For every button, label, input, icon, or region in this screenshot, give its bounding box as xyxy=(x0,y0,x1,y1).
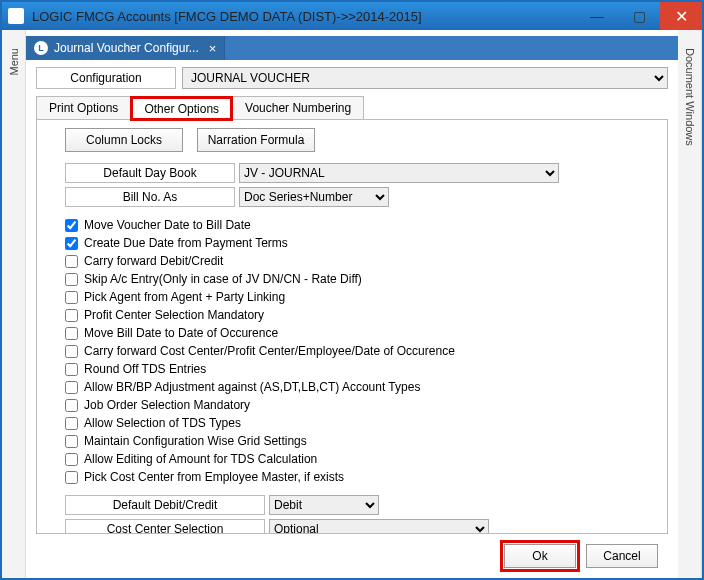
checkbox-label: Profit Center Selection Mandatory xyxy=(84,308,264,322)
maximize-button[interactable]: ▢ xyxy=(618,2,660,30)
window-title: LOGIC FMCG Accounts [FMCG DEMO DATA (DIS… xyxy=(30,9,576,24)
checkbox[interactable] xyxy=(65,381,78,394)
checkbox[interactable] xyxy=(65,237,78,250)
cancel-button[interactable]: Cancel xyxy=(586,544,658,568)
checkbox[interactable] xyxy=(65,273,78,286)
checkbox-label: Carry forward Cost Center/Profit Center/… xyxy=(84,344,455,358)
bill-no-as-select[interactable]: Doc Series+Number xyxy=(239,187,389,207)
checkbox[interactable] xyxy=(65,291,78,304)
bill-no-as-row: Bill No. As Doc Series+Number xyxy=(65,186,657,208)
other-options-panel: Column Locks Narration Formula Default D… xyxy=(36,120,668,534)
document-tab[interactable]: L Journal Voucher Configur... × xyxy=(26,36,225,60)
checkbox-label: Skip A/c Entry(Only in case of JV DN/CN … xyxy=(84,272,362,286)
configuration-select[interactable]: JOURNAL VOUCHER xyxy=(182,67,668,89)
column-locks-button[interactable]: Column Locks xyxy=(65,128,183,152)
checkbox[interactable] xyxy=(65,327,78,340)
form-area: Configuration JOURNAL VOUCHER Print Opti… xyxy=(26,60,678,538)
default-debit-credit-label: Default Debit/Credit xyxy=(65,495,265,515)
document-tab-bar: L Journal Voucher Configur... × xyxy=(26,36,678,60)
checkbox-row[interactable]: Move Bill Date to Date of Occurence xyxy=(65,324,657,342)
checkbox-row[interactable]: Move Voucher Date to Bill Date xyxy=(65,216,657,234)
checkbox[interactable] xyxy=(65,417,78,430)
checkbox[interactable] xyxy=(65,363,78,376)
checkbox-row[interactable]: Profit Center Selection Mandatory xyxy=(65,306,657,324)
window-buttons: — ▢ ✕ xyxy=(576,2,702,30)
checkbox-row[interactable]: Job Order Selection Mandatory xyxy=(65,396,657,414)
checkbox-row[interactable]: Pick Cost Center from Employee Master, i… xyxy=(65,468,657,486)
checkbox[interactable] xyxy=(65,309,78,322)
checkbox[interactable] xyxy=(65,255,78,268)
checkbox-label: Allow Editing of Amount for TDS Calculat… xyxy=(84,452,317,466)
checkbox-label: Create Due Date from Payment Terms xyxy=(84,236,288,250)
default-day-book-label: Default Day Book xyxy=(65,163,235,183)
option-tabs: Print Options Other Options Voucher Numb… xyxy=(36,96,668,120)
checkbox-label: Round Off TDS Entries xyxy=(84,362,206,376)
center-panel: L Journal Voucher Configur... × Configur… xyxy=(26,30,678,578)
checkbox-label: Move Bill Date to Date of Occurence xyxy=(84,326,278,340)
tab-other-options[interactable]: Other Options xyxy=(131,97,232,120)
checkbox-label: Carry forward Debit/Credit xyxy=(84,254,223,268)
doc-tab-icon: L xyxy=(34,41,48,55)
doc-tab-close-icon[interactable]: × xyxy=(209,41,217,56)
footer-buttons: Ok Cancel xyxy=(26,538,678,578)
checkbox-row[interactable]: Round Off TDS Entries xyxy=(65,360,657,378)
app-icon xyxy=(8,8,24,24)
checkbox[interactable] xyxy=(65,471,78,484)
default-day-book-row: Default Day Book JV - JOURNAL xyxy=(65,162,657,184)
cost-center-selection-select[interactable]: Optional xyxy=(269,519,489,534)
checkbox-row[interactable]: Create Due Date from Payment Terms xyxy=(65,234,657,252)
checkbox-row[interactable]: Maintain Configuration Wise Grid Setting… xyxy=(65,432,657,450)
menu-tab[interactable]: Menu xyxy=(2,30,26,578)
default-debit-credit-row: Default Debit/Credit Debit xyxy=(65,494,657,516)
cost-center-selection-label: Cost Center Selection xyxy=(65,519,265,534)
menu-tab-label: Menu xyxy=(8,48,20,76)
checkbox[interactable] xyxy=(65,219,78,232)
checkbox-list: Move Voucher Date to Bill DateCreate Due… xyxy=(65,216,657,486)
checkbox-label: Allow Selection of TDS Types xyxy=(84,416,241,430)
narration-formula-button[interactable]: Narration Formula xyxy=(197,128,315,152)
checkbox-row[interactable]: Carry forward Debit/Credit xyxy=(65,252,657,270)
checkbox[interactable] xyxy=(65,399,78,412)
close-button[interactable]: ✕ xyxy=(660,2,702,30)
configuration-label: Configuration xyxy=(36,67,176,89)
checkbox-label: Pick Cost Center from Employee Master, i… xyxy=(84,470,344,484)
main-row: Menu L Journal Voucher Configur... × Con… xyxy=(2,30,702,578)
ok-button[interactable]: Ok xyxy=(504,544,576,568)
checkbox-row[interactable]: Skip A/c Entry(Only in case of JV DN/CN … xyxy=(65,270,657,288)
checkbox-row[interactable]: Pick Agent from Agent + Party Linking xyxy=(65,288,657,306)
checkbox-row[interactable]: Carry forward Cost Center/Profit Center/… xyxy=(65,342,657,360)
checkbox[interactable] xyxy=(65,345,78,358)
titlebar: LOGIC FMCG Accounts [FMCG DEMO DATA (DIS… xyxy=(2,2,702,30)
checkbox-row[interactable]: Allow Selection of TDS Types xyxy=(65,414,657,432)
checkbox-row[interactable]: Allow Editing of Amount for TDS Calculat… xyxy=(65,450,657,468)
default-debit-credit-select[interactable]: Debit xyxy=(269,495,379,515)
doc-tab-title: Journal Voucher Configur... xyxy=(54,41,199,55)
checkbox-label: Move Voucher Date to Bill Date xyxy=(84,218,251,232)
tab-voucher-numbering[interactable]: Voucher Numbering xyxy=(232,96,364,119)
document-windows-tab[interactable]: Document Windows xyxy=(678,30,702,578)
checkbox[interactable] xyxy=(65,435,78,448)
cost-center-selection-row: Cost Center Selection Optional xyxy=(65,518,657,534)
checkbox-row[interactable]: Allow BR/BP Adjustment against (AS,DT,LB… xyxy=(65,378,657,396)
checkbox[interactable] xyxy=(65,453,78,466)
app-window: LOGIC FMCG Accounts [FMCG DEMO DATA (DIS… xyxy=(0,0,704,580)
configuration-row: Configuration JOURNAL VOUCHER xyxy=(36,66,668,90)
button-row: Column Locks Narration Formula xyxy=(65,128,657,152)
checkbox-label: Job Order Selection Mandatory xyxy=(84,398,250,412)
checkbox-label: Pick Agent from Agent + Party Linking xyxy=(84,290,285,304)
checkbox-label: Maintain Configuration Wise Grid Setting… xyxy=(84,434,307,448)
checkbox-label: Allow BR/BP Adjustment against (AS,DT,LB… xyxy=(84,380,420,394)
bill-no-as-label: Bill No. As xyxy=(65,187,235,207)
default-day-book-select[interactable]: JV - JOURNAL xyxy=(239,163,559,183)
minimize-button[interactable]: — xyxy=(576,2,618,30)
document-windows-label: Document Windows xyxy=(684,48,696,146)
tab-print-options[interactable]: Print Options xyxy=(36,96,131,119)
